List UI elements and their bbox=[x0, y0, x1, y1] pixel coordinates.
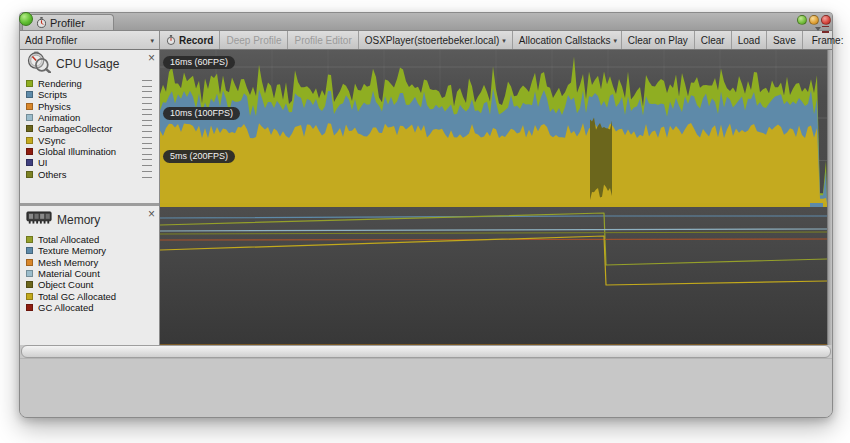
profiler-body: CPU Usage × RenderingScriptsPhysicsAnima… bbox=[20, 50, 832, 345]
traffic-lights[interactable] bbox=[797, 15, 831, 25]
fps-threshold-label: 10ms (100FPS) bbox=[163, 107, 240, 120]
legend-label: Object Count bbox=[38, 279, 159, 290]
horizontal-splitter[interactable] bbox=[21, 345, 831, 358]
legend-item-others[interactable]: Others bbox=[26, 168, 159, 179]
legend-label: UI bbox=[38, 157, 142, 168]
close-icon[interactable]: × bbox=[148, 53, 155, 63]
legend-item-ui[interactable]: UI bbox=[26, 157, 159, 168]
legend-label: Animation bbox=[38, 112, 142, 123]
fps-threshold-label: 5ms (200FPS) bbox=[163, 150, 235, 163]
legend-item-total-allocated[interactable]: Total Allocated bbox=[26, 234, 159, 245]
legend-label: Rendering bbox=[38, 78, 142, 89]
active-profiler-label: OSXPlayer(stoertebeker.local) bbox=[365, 35, 500, 46]
legend-color-swatch bbox=[26, 293, 33, 300]
legend-color-swatch bbox=[26, 125, 33, 132]
cpu-legend: RenderingScriptsPhysicsAnimationGarbageC… bbox=[20, 78, 159, 180]
cpu-usage-panel-header[interactable]: CPU Usage × bbox=[20, 50, 159, 78]
legend-label: Others bbox=[38, 169, 142, 180]
legend-color-swatch bbox=[26, 171, 33, 178]
drag-handle-icon[interactable] bbox=[142, 91, 152, 98]
clear-label: Clear bbox=[701, 35, 725, 46]
cpu-usage-chart[interactable]: 16ms (60FPS)10ms (100FPS)5ms (200FPS) bbox=[160, 50, 827, 203]
legend-color-swatch bbox=[26, 91, 33, 98]
close-icon[interactable]: × bbox=[148, 209, 155, 219]
profiler-window: Profiler Add Profiler ▾ bbox=[19, 12, 833, 418]
traffic-light-red[interactable] bbox=[821, 15, 831, 25]
drag-handle-icon[interactable] bbox=[142, 125, 152, 132]
drag-handle-icon[interactable] bbox=[142, 159, 152, 166]
deep-profile-button[interactable]: Deep Profile bbox=[220, 31, 288, 49]
legend-item-global-illumination[interactable]: Global Illumination bbox=[26, 146, 159, 157]
allocation-callstacks-dropdown[interactable]: Allocation Callstacks ▾ bbox=[513, 31, 622, 49]
legend-label: Mesh Memory bbox=[38, 257, 159, 268]
legend-color-swatch bbox=[26, 137, 33, 144]
drag-handle-icon[interactable] bbox=[142, 171, 152, 178]
legend-label: Material Count bbox=[38, 268, 159, 279]
legend-label: GarbageCollector bbox=[38, 123, 142, 134]
drag-handle-icon[interactable] bbox=[142, 80, 152, 87]
clear-on-play-button[interactable]: Clear on Play bbox=[622, 31, 695, 49]
cpu-usage-panel: CPU Usage × RenderingScriptsPhysicsAnima… bbox=[20, 50, 160, 203]
legend-item-vsync[interactable]: VSync bbox=[26, 134, 159, 145]
record-label: Record bbox=[179, 35, 213, 46]
chevron-down-icon: ▾ bbox=[150, 37, 154, 44]
memory-panel-title: Memory bbox=[57, 213, 148, 227]
clear-button[interactable]: Clear bbox=[695, 31, 732, 49]
cpu-gauge-icon bbox=[26, 51, 51, 77]
drag-handle-icon[interactable] bbox=[142, 148, 152, 155]
save-button[interactable]: Save bbox=[767, 31, 803, 49]
clear-on-play-label: Clear on Play bbox=[628, 35, 688, 46]
add-profiler-dropdown[interactable]: Add Profiler ▾ bbox=[20, 31, 160, 49]
legend-color-swatch bbox=[26, 159, 33, 166]
window-dot-green bbox=[19, 12, 33, 26]
chevron-down-icon: ▾ bbox=[613, 37, 617, 44]
legend-label: Texture Memory bbox=[38, 245, 159, 256]
memory-panel: Memory × Total AllocatedTexture MemoryMe… bbox=[20, 206, 160, 345]
window-tab-strip: Profiler bbox=[20, 13, 832, 31]
frame-counter: Frame: 133189 / 139796 bbox=[803, 31, 850, 49]
memory-panel-header[interactable]: Memory × bbox=[20, 206, 159, 234]
legend-item-texture-memory[interactable]: Texture Memory bbox=[26, 245, 159, 256]
legend-item-mesh-memory[interactable]: Mesh Memory bbox=[26, 257, 159, 268]
legend-item-gc-allocated[interactable]: GC Allocated bbox=[26, 302, 159, 313]
legend-label: Total GC Allocated bbox=[38, 291, 159, 302]
profiler-toolbar: Add Profiler ▾ Record Deep Profile Profi… bbox=[20, 31, 832, 50]
legend-item-total-gc-allocated[interactable]: Total GC Allocated bbox=[26, 290, 159, 301]
deep-profile-label: Deep Profile bbox=[226, 35, 281, 46]
legend-color-swatch bbox=[26, 80, 33, 87]
legend-label: Scripts bbox=[38, 89, 142, 100]
legend-color-swatch bbox=[26, 236, 33, 243]
cpu-panel-title: CPU Usage bbox=[56, 57, 148, 71]
record-button[interactable]: Record bbox=[160, 31, 220, 49]
legend-color-swatch bbox=[26, 247, 33, 254]
load-button[interactable]: Load bbox=[732, 31, 767, 49]
drag-handle-icon[interactable] bbox=[142, 137, 152, 144]
active-profiler-dropdown[interactable]: OSXPlayer(stoertebeker.local) ▾ bbox=[359, 31, 513, 49]
legend-item-rendering[interactable]: Rendering bbox=[26, 78, 159, 89]
legend-label: GC Allocated bbox=[38, 302, 159, 313]
drag-handle-icon[interactable] bbox=[142, 114, 152, 121]
tab-profiler[interactable]: Profiler bbox=[22, 14, 114, 30]
legend-item-garbagecollector[interactable]: GarbageCollector bbox=[26, 123, 159, 134]
ram-chip-icon bbox=[26, 210, 52, 230]
legend-color-swatch bbox=[26, 270, 33, 277]
details-empty-area bbox=[20, 358, 832, 417]
fps-threshold-label: 16ms (60FPS) bbox=[163, 56, 235, 69]
legend-item-animation[interactable]: Animation bbox=[26, 112, 159, 123]
window-menu-icon[interactable] bbox=[815, 26, 829, 32]
legend-color-swatch bbox=[26, 148, 33, 155]
legend-color-swatch bbox=[26, 281, 33, 288]
save-label: Save bbox=[773, 35, 796, 46]
legend-item-scripts[interactable]: Scripts bbox=[26, 89, 159, 100]
traffic-light-yellow[interactable] bbox=[809, 15, 819, 25]
drag-handle-icon[interactable] bbox=[142, 103, 152, 110]
legend-item-object-count[interactable]: Object Count bbox=[26, 279, 159, 290]
memory-chart[interactable] bbox=[160, 203, 827, 345]
legend-item-material-count[interactable]: Material Count bbox=[26, 268, 159, 279]
traffic-light-green[interactable] bbox=[797, 15, 807, 25]
profile-editor-button[interactable]: Profile Editor bbox=[288, 31, 358, 49]
legend-color-swatch bbox=[26, 114, 33, 121]
legend-item-physics[interactable]: Physics bbox=[26, 101, 159, 112]
legend-color-swatch bbox=[26, 103, 33, 110]
legend-label: Physics bbox=[38, 101, 142, 112]
